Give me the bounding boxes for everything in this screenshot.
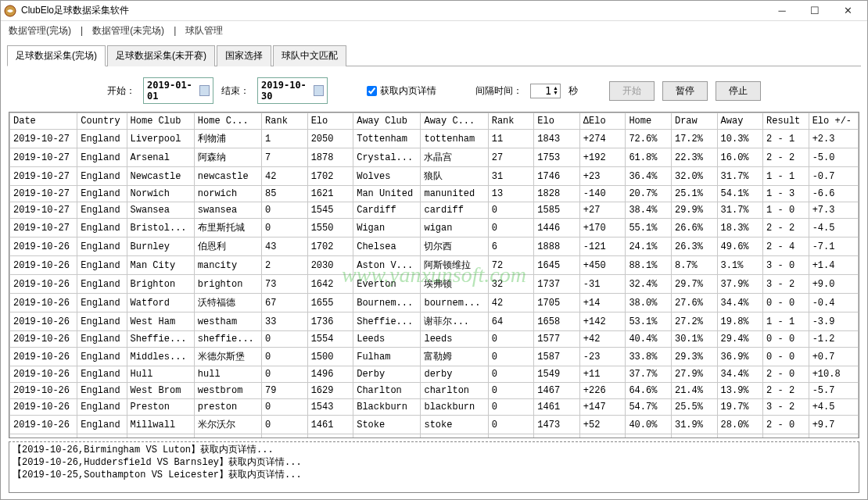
cell: 埃弗顿 <box>421 275 488 294</box>
cell: stoke <box>421 416 488 434</box>
col-header[interactable]: Elo +/- <box>809 113 858 130</box>
col-header[interactable]: Date <box>10 113 77 130</box>
cell: 0 <box>488 399 534 416</box>
cell: 29.4% <box>717 331 763 348</box>
table-row[interactable]: 2019-10-27EnglandBristol...布里斯托城01550Wig… <box>10 219 859 238</box>
col-header[interactable]: Draw <box>671 113 717 130</box>
cell: 30.1% <box>671 331 717 348</box>
cell: 85 <box>262 186 308 202</box>
col-header[interactable]: Away C... <box>421 113 488 130</box>
end-label: 结束： <box>221 84 249 98</box>
cell: 0 - 0 <box>763 331 809 348</box>
cell: 27 <box>488 148 534 167</box>
col-header[interactable]: Away Club <box>353 113 421 130</box>
menu-data-finished[interactable]: 数据管理(完场) <box>4 24 76 38</box>
col-header[interactable]: Away <box>717 113 763 130</box>
detail-checkbox[interactable]: 获取内页详情 <box>367 84 436 98</box>
table-row[interactable]: 2019-10-26EnglandPrestonpreston01543Blac… <box>10 399 859 416</box>
cell: 54.7% <box>626 399 672 416</box>
cell: +10.8 <box>809 366 858 383</box>
log-panel[interactable]: 【2019-10-26,Birmingham VS Luton】获取内页详情..… <box>9 441 859 493</box>
cell: 1736 <box>307 312 353 331</box>
cell: 3.1% <box>717 256 763 275</box>
col-header[interactable]: Elo <box>534 113 580 130</box>
interval-label: 间隔时间： <box>475 84 522 98</box>
table-row[interactable]: 2019-10-27EnglandNorwichnorwich851621Man… <box>10 186 859 202</box>
table-row[interactable]: 2019-10-27EnglandLiverpool利物浦12050Totten… <box>10 130 859 148</box>
interval-input[interactable] <box>533 85 551 97</box>
cell: 0 <box>262 416 308 434</box>
table-row[interactable]: 2019-10-26EnglandSheffie...sheffie...015… <box>10 331 859 348</box>
table-row[interactable]: 2019-10-26EnglandMillwall米尔沃尔01461Stokes… <box>10 416 859 434</box>
cell: 1549 <box>534 366 580 383</box>
table-row[interactable]: 2019-10-26EnglandHullhull01496Derbyderby… <box>10 366 859 383</box>
col-header[interactable]: Rank <box>262 113 308 130</box>
col-header[interactable]: Result <box>763 113 809 130</box>
table-row[interactable]: 2019-10-26EnglandWest Bromwestbrom791629… <box>10 383 859 399</box>
cell: 0 - 0 <box>763 348 809 366</box>
detail-checkbox-input[interactable] <box>367 86 377 96</box>
menu-teams[interactable]: 球队管理 <box>181 24 228 38</box>
cell: 3 - 2 <box>763 275 809 294</box>
cell: 0 <box>488 383 534 399</box>
table-row[interactable]: 2019-10-27EnglandSwanseaswansea01545Card… <box>10 202 859 219</box>
data-table-wrap[interactable]: www.yanxunsoft.com DateCountryHome ClubH… <box>9 112 859 438</box>
cell: 阿斯顿维拉 <box>421 256 488 275</box>
tab-team-match[interactable]: 球队中文匹配 <box>273 45 346 66</box>
cell: leeds <box>421 331 488 348</box>
table-row[interactable]: 2019-10-27EnglandArsenal阿森纳71878Crystal.… <box>10 148 859 167</box>
pause-button[interactable]: 暂停 <box>662 81 708 101</box>
cell: +142 <box>579 312 626 331</box>
interval-spinner[interactable]: ▲▼ <box>530 84 561 98</box>
cell: 2019-10-26 <box>10 366 77 383</box>
cell: Brighton <box>127 275 194 294</box>
col-header[interactable]: Home <box>626 113 672 130</box>
maximize-button[interactable]: ☐ <box>798 2 831 20</box>
start-date-input[interactable]: 2019-01-01 <box>143 77 213 104</box>
cell: 43 <box>262 238 308 256</box>
calendar-icon[interactable] <box>199 85 210 96</box>
cell: 64.6% <box>626 383 672 399</box>
cell: Sheffie... <box>127 331 194 348</box>
spinner-down-icon[interactable]: ▼ <box>553 91 558 95</box>
col-header[interactable]: Country <box>77 113 127 130</box>
cell: Hull <box>127 366 194 383</box>
col-header[interactable]: Home Club <box>127 113 194 130</box>
cell: 0 <box>488 434 534 439</box>
menu-data-unfinished[interactable]: 数据管理(未完场) <box>88 24 169 38</box>
table-row[interactable]: 2019-10-26EnglandBurnley伯恩利431702Chelsea… <box>10 238 859 256</box>
cell: Millwall <box>127 416 194 434</box>
cell: +23 <box>579 167 626 186</box>
cell: 1 - 3 <box>763 186 809 202</box>
col-header[interactable]: ΔElo <box>579 113 626 130</box>
close-button[interactable]: ✕ <box>831 2 864 20</box>
table-row[interactable]: 2019-10-26EnglandMan Citymancity22030Ast… <box>10 256 859 275</box>
cell: 25.1% <box>671 186 717 202</box>
cell: hull <box>194 366 261 383</box>
tab-country[interactable]: 国家选择 <box>217 45 271 66</box>
table-row[interactable]: 2019-10-26EnglandWest Hamwestham331736Sh… <box>10 312 859 331</box>
cell: -0.4 <box>809 294 858 312</box>
table-row[interactable]: 2019-10-26EnglandBirminghambirmingham014… <box>10 434 859 439</box>
minimize-button[interactable]: ─ <box>766 2 798 20</box>
stop-button[interactable]: 停止 <box>716 81 761 101</box>
col-header[interactable]: Home C... <box>194 113 261 130</box>
calendar-icon[interactable] <box>314 85 324 96</box>
table-row[interactable]: 2019-10-26EnglandWatford沃特福德671655Bourne… <box>10 294 859 312</box>
tab-finished[interactable]: 足球数据采集(完场) <box>7 45 106 66</box>
cell: 2030 <box>307 256 353 275</box>
table-row[interactable]: 2019-10-26EnglandMiddles...米德尔斯堡01500Ful… <box>10 348 859 366</box>
cell: England <box>77 434 127 439</box>
end-date-input[interactable]: 2019-10-30 <box>257 77 328 104</box>
start-button[interactable]: 开始 <box>609 81 655 101</box>
cell: +1.4 <box>809 256 858 275</box>
col-header[interactable]: Rank <box>488 113 534 130</box>
cell: 1753 <box>534 148 580 167</box>
cell: 2019-10-26 <box>10 275 77 294</box>
col-header[interactable]: Elo <box>307 113 353 130</box>
table-row[interactable]: 2019-10-27EnglandNewcastlenewcastle42170… <box>10 167 859 186</box>
cell: 1878 <box>307 148 353 167</box>
tab-unstarted[interactable]: 足球数据采集(未开赛) <box>107 45 215 66</box>
table-row[interactable]: 2019-10-26EnglandBrightonbrighton731642E… <box>10 275 859 294</box>
cell: Burnley <box>127 238 194 256</box>
